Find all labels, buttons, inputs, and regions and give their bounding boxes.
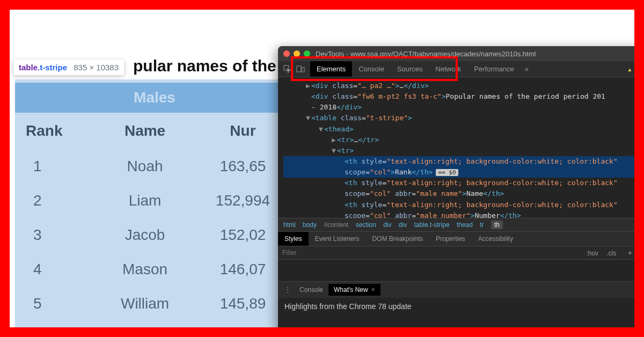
styles-filter-bar: :hov .cls + <box>278 246 634 260</box>
crumb-thead[interactable]: thead <box>457 221 473 229</box>
new-style-rule-icon[interactable]: + <box>625 248 634 257</box>
crumb-th[interactable]: th <box>491 221 503 229</box>
drawer-tab-console[interactable]: Console <box>294 284 328 296</box>
subtab-event-listeners[interactable]: Event Listeners <box>309 232 366 246</box>
drawer-tab-whatsnew[interactable]: What's New× <box>328 284 380 296</box>
devtools-window[interactable]: DevTools - www.ssa.gov/OACT/babynames/de… <box>278 46 634 327</box>
annotation-highlight-box <box>291 56 458 81</box>
styles-subtabs: Styles Event Listeners DOM Breakpoints P… <box>278 232 634 246</box>
table-row: 3Jacob152,02 <box>15 218 294 252</box>
crumb-body[interactable]: body <box>303 221 317 229</box>
crumb-table[interactable]: table.t-stripe <box>414 221 450 229</box>
dom-tree[interactable]: ▶<div class="… pa2 …">…</div> <div class… <box>278 77 634 218</box>
drawer-content: Highlights from the Chrome 78 update <box>278 298 634 315</box>
tab-more[interactable]: » <box>521 61 533 77</box>
hov-toggle[interactable]: :hov <box>586 250 598 257</box>
table-row: 1Noah163,65 <box>15 149 294 184</box>
col-name: Name <box>98 113 192 149</box>
tooltip-tag: table <box>19 63 38 72</box>
warning-badge[interactable]: 2 <box>627 65 634 73</box>
subtab-properties[interactable]: Properties <box>429 232 472 246</box>
crumb-content[interactable]: #content <box>324 221 348 229</box>
inspector-tooltip: table.t-stripe 835 × 10383 <box>13 60 124 75</box>
table-row: 2Liam152,994 <box>15 184 294 218</box>
table-row: 5William145,89 <box>15 287 294 321</box>
crumb-div2[interactable]: div <box>399 221 407 229</box>
close-icon[interactable] <box>283 50 290 57</box>
drawer-tabs: ⋮ Console What's New× <box>278 281 634 298</box>
subtab-dom-breakpoints[interactable]: DOM Breakpoints <box>365 232 429 246</box>
col-rank: Rank <box>15 113 98 149</box>
styles-filter-input[interactable] <box>282 249 379 257</box>
crumb-div[interactable]: div <box>383 221 391 229</box>
crumb-section[interactable]: section <box>356 221 376 229</box>
names-table: Males Rank Name Nur 1Noah163,65 2Liam152… <box>15 83 294 321</box>
selected-dom-node[interactable]: <th style="text-align:right; background-… <box>283 156 634 167</box>
table-row: 4Mason146,07 <box>15 252 294 287</box>
crumb-tr[interactable]: tr <box>480 221 484 229</box>
close-icon[interactable]: × <box>371 286 375 294</box>
breadcrumb[interactable]: html body #content section div div table… <box>278 218 634 232</box>
group-header-males: Males <box>15 83 294 113</box>
tab-performance[interactable]: Performance <box>467 61 520 77</box>
crumb-html[interactable]: html <box>283 221 296 229</box>
tooltip-class: .t-stripe <box>38 63 67 72</box>
tooltip-dimensions: 835 × 10383 <box>74 63 119 72</box>
drawer-menu-icon[interactable]: ⋮ <box>281 286 294 294</box>
subtab-styles[interactable]: Styles <box>278 232 309 246</box>
cls-toggle[interactable]: .cls <box>606 250 616 257</box>
subtab-accessibility[interactable]: Accessibility <box>472 232 519 246</box>
